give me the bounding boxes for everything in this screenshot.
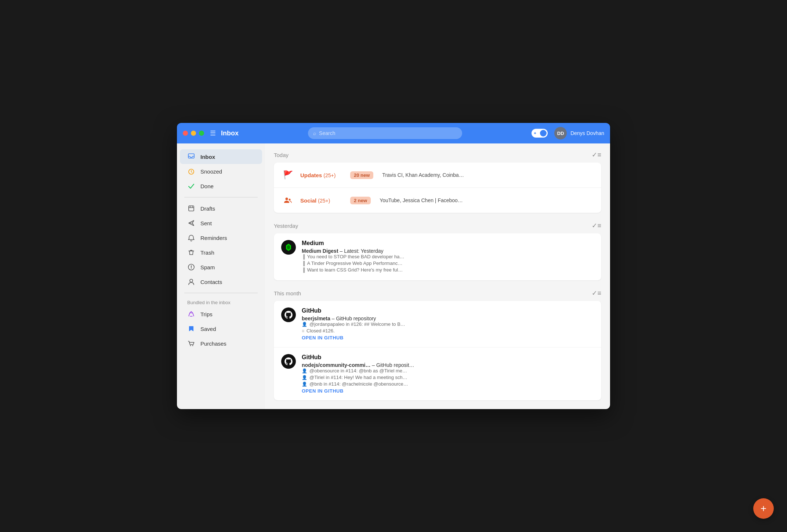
badge-social: 2 new xyxy=(350,197,371,204)
spam-icon xyxy=(187,263,195,271)
trash-icon xyxy=(187,249,195,256)
email-row-github-2[interactable]: GitHub nodejs/community-commi… – GitHub … xyxy=(274,347,601,400)
sidebar-label-reminders: Reminders xyxy=(200,235,227,241)
email-subject-medium: Medium Digest – Latest: Yesterday xyxy=(302,248,594,254)
sidebar-item-drafts[interactable]: Drafts xyxy=(180,201,262,216)
search-icon: ⌕ xyxy=(313,130,316,136)
sender-name-github-2: GitHub xyxy=(302,354,321,361)
person-icon-4: 👤 xyxy=(302,382,307,387)
toggle-knob xyxy=(540,130,547,136)
sidebar-item-saved[interactable]: Saved xyxy=(180,321,262,336)
person-icon-2: 👤 xyxy=(302,368,307,374)
email-subject-github-1: beerjs/meta – GitHub repository xyxy=(302,316,594,321)
sidebar-item-purchases[interactable]: Purchases xyxy=(180,336,262,351)
sidebar-item-trash[interactable]: Trash xyxy=(180,245,262,260)
saved-icon xyxy=(187,325,195,332)
list-icon-1: ≡ xyxy=(302,328,304,334)
draft-icon xyxy=(187,205,195,212)
sender-count-social: (25+) xyxy=(318,198,330,204)
email-row-social[interactable]: Social (25+) 2 new YouTube, Jessica Chen… xyxy=(274,188,601,213)
sidebar-item-contacts[interactable]: Contacts xyxy=(180,274,262,289)
email-subject-github-2: nodejs/community-commi… – GitHub reposit… xyxy=(302,362,594,368)
email-meta-github-1: GitHub beerjs/meta – GitHub repository 👤… xyxy=(302,307,594,340)
hamburger-icon[interactable]: ☰ xyxy=(210,129,216,137)
sidebar-item-sent[interactable]: Sent xyxy=(180,216,262,230)
snippet-medium-1: ▐ You need to STOP these BAD developer h… xyxy=(302,254,594,259)
email-row-medium[interactable]: Medium Medium Digest – Latest: Yesterday… xyxy=(274,233,601,280)
section-header-month: This month ✓≡ xyxy=(274,289,601,297)
snippet-icon-1: ▐ xyxy=(302,254,305,259)
toggle-switch[interactable]: ✦ xyxy=(532,129,548,138)
maximize-button[interactable] xyxy=(199,131,204,136)
mark-all-today[interactable]: ✓≡ xyxy=(592,151,601,159)
search-bar[interactable]: ⌕ xyxy=(308,127,462,139)
sidebar-label-trash: Trash xyxy=(200,249,214,256)
mark-all-yesterday[interactable]: ✓≡ xyxy=(592,222,601,230)
open-github-link-1[interactable]: OPEN IN GITHUB xyxy=(302,335,594,340)
snippet-gh2-3: 👤 @bnb in #114: @rachelnicole @obensourc… xyxy=(302,381,594,387)
sender-name-github-1: GitHub xyxy=(302,307,321,314)
svg-point-7 xyxy=(192,345,193,346)
preview-updates: Travis CI, Khan Academy, Coinba… xyxy=(382,172,594,178)
close-button[interactable] xyxy=(183,131,188,136)
person-icon-3: 👤 xyxy=(302,375,307,380)
snippet-icon-2: ▐ xyxy=(302,261,305,266)
sidebar-item-snoozed[interactable]: Snoozed xyxy=(180,164,262,179)
inbox-icon xyxy=(187,153,195,160)
section-title-month: This month xyxy=(274,290,301,296)
svg-point-5 xyxy=(190,279,193,282)
email-top-github-2: GitHub xyxy=(302,354,594,361)
section-group-month: GitHub beerjs/meta – GitHub repository 👤… xyxy=(274,301,601,400)
email-meta-github-2: GitHub nodejs/community-commi… – GitHub … xyxy=(302,354,594,394)
svg-point-4 xyxy=(191,268,192,269)
email-row-updates[interactable]: 🚩 Updates (25+) 20 new Travis CI, Khan A… xyxy=(274,163,601,188)
sidebar-label-sent: Sent xyxy=(200,220,212,226)
sidebar-item-done[interactable]: Done xyxy=(180,179,262,193)
avatar-initials: DD xyxy=(557,131,564,136)
mark-all-month[interactable]: ✓≡ xyxy=(592,289,601,297)
check-icon xyxy=(187,182,195,190)
compose-fab[interactable]: + xyxy=(753,498,774,519)
titlebar: ☰ Inbox ⌕ ✦ DD Denys Dovhan xyxy=(177,123,610,143)
sidebar-item-trips[interactable]: Trips xyxy=(180,307,262,321)
traffic-lights xyxy=(183,131,204,136)
sidebar-label-done: Done xyxy=(200,183,214,189)
section-title-yesterday: Yesterday xyxy=(274,223,298,229)
sidebar-label-saved: Saved xyxy=(200,326,216,332)
purchases-icon xyxy=(187,340,195,347)
section-header-yesterday: Yesterday ✓≡ xyxy=(274,222,601,230)
avatar: DD xyxy=(554,127,567,139)
snippet-medium-3: ▐ Want to learn CSS Grid? Here's my free… xyxy=(302,267,594,273)
email-meta-medium: Medium Medium Digest – Latest: Yesterday… xyxy=(302,240,594,274)
toggle-icon: ✦ xyxy=(533,131,537,136)
open-github-link-2[interactable]: OPEN IN GITHUB xyxy=(302,388,594,394)
main-layout: Inbox Snoozed Done xyxy=(177,143,610,409)
sidebar-label-drafts: Drafts xyxy=(200,205,215,212)
sidebar-divider-1 xyxy=(184,197,258,197)
email-top-github-1: GitHub xyxy=(302,307,594,314)
sidebar-label-snoozed: Snoozed xyxy=(200,168,222,175)
svg-point-6 xyxy=(190,345,191,346)
sidebar-item-spam[interactable]: Spam xyxy=(180,260,262,274)
sidebar-label-inbox: Inbox xyxy=(200,154,215,160)
search-input[interactable] xyxy=(319,130,457,136)
minimize-button[interactable] xyxy=(191,131,196,136)
user-area[interactable]: DD Denys Dovhan xyxy=(554,127,604,139)
app-window: ☰ Inbox ⌕ ✦ DD Denys Dovhan xyxy=(177,123,610,409)
sidebar-label-trips: Trips xyxy=(200,311,213,317)
updates-flag-icon: 🚩 xyxy=(281,168,294,182)
toggle-wrap: ✦ xyxy=(532,129,548,138)
sidebar-item-inbox[interactable]: Inbox xyxy=(180,149,262,164)
github-avatar-1 xyxy=(281,307,296,322)
trips-icon xyxy=(187,310,195,318)
email-row-github-1[interactable]: GitHub beerjs/meta – GitHub repository 👤… xyxy=(274,301,601,347)
compose-icon: + xyxy=(761,503,766,514)
sidebar-label-purchases: Purchases xyxy=(200,340,226,347)
sidebar-item-reminders[interactable]: Reminders xyxy=(180,230,262,245)
clock-icon xyxy=(187,168,195,175)
section-title-today: Today xyxy=(274,152,289,158)
sidebar-label-contacts: Contacts xyxy=(200,279,222,285)
sidebar: Inbox Snoozed Done xyxy=(177,143,265,409)
github-avatar-2 xyxy=(281,354,296,369)
section-group-today: 🚩 Updates (25+) 20 new Travis CI, Khan A… xyxy=(274,163,601,213)
